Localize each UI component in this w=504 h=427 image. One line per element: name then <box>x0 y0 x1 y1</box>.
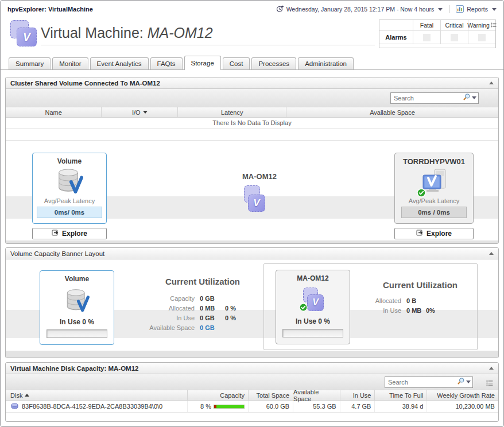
volume-tile-title: Volume <box>57 157 82 165</box>
volume-usage-bar <box>46 329 107 338</box>
app-window: hpvExplorer: VirtualMachine Wednesday, J… <box>0 0 504 427</box>
volume-metric-label: Avg/Peak Latency <box>44 197 95 204</box>
capacity-cell: 8 % <box>188 401 249 412</box>
panel-disk-title: Virtual Machine Disk Capacity: MA-OM12 <box>10 365 138 372</box>
alarms-data-row: Alarms <box>379 30 495 44</box>
total-space-cell: 60.0 GB <box>249 401 293 412</box>
sort-asc-icon <box>25 394 29 397</box>
tab-faqts[interactable]: FAQts <box>150 57 183 69</box>
alarms-fatal-indicator <box>423 34 431 41</box>
app-title: hpvExplorer: VirtualMachine <box>7 6 93 13</box>
tab-event-analytics[interactable]: Event Analytics <box>90 57 149 69</box>
tab-summary[interactable]: Summary <box>9 57 51 69</box>
volume-tile[interactable]: Volume Avg/Peak Latency 0ms/ 0ms <box>32 153 107 224</box>
explore-icon <box>416 229 424 238</box>
search-icon[interactable] <box>463 93 471 103</box>
tab-processes[interactable]: Processes <box>251 57 296 69</box>
collapse-icon[interactable] <box>489 252 494 255</box>
capacity-vm-tile[interactable]: MA-OM12 V In Use 0 % <box>276 270 350 344</box>
disk-col-time-to-full[interactable]: Time To Full <box>375 390 427 400</box>
timerange-label[interactable]: Wednesday, January 28, 2015 12:17 PM - N… <box>286 6 435 13</box>
database-icon <box>55 165 84 197</box>
tab-monitor[interactable]: Monitor <box>52 57 88 69</box>
alarms-fatal-cell <box>413 30 440 44</box>
reports-dropdown-icon[interactable] <box>492 8 497 11</box>
alarms-menu-icon[interactable] <box>491 22 497 29</box>
vm-title-icon: V <box>9 20 37 49</box>
alarms-warning-label: Warning <box>467 22 490 29</box>
disk-col-capacity[interactable]: Capacity <box>188 390 249 400</box>
capacity-bar-free <box>216 405 244 408</box>
table-row[interactable]: 83F8638B-8DCA-4152-9EDA-2CA8B33039B4\0\0… <box>6 401 498 413</box>
host-icon <box>419 166 449 197</box>
available-space-cell: 55.3 GB <box>293 401 340 412</box>
util-row-allocated: Allocated0 B <box>369 296 472 305</box>
capacity-bar <box>214 405 245 409</box>
vm-usage-bar <box>282 329 343 337</box>
disk-col-in-use[interactable]: In Use <box>340 390 375 400</box>
volume-in-use-label: In Use 0 % <box>60 318 94 326</box>
host-explore-label: Explore <box>427 230 452 238</box>
capacity-vm-title: MA-OM12 <box>297 274 328 282</box>
disk-table-header: Disk Capacity Total Space Available Spac… <box>6 390 498 401</box>
disk-col-total-space[interactable]: Total Space <box>249 390 293 400</box>
alarms-critical-indicator <box>451 34 458 41</box>
host-explore-button[interactable]: Explore <box>394 228 474 239</box>
csv-col-name[interactable]: Name <box>6 107 102 117</box>
capacity-volume-tile[interactable]: Volume In Use 0 % <box>40 270 114 345</box>
panel-disk-header: Virtual Machine Disk Capacity: MA-OM12 <box>6 363 498 374</box>
util-row-allocated: Allocated0 MB0 % <box>131 303 274 313</box>
reports-label[interactable]: Reports <box>467 6 488 13</box>
disk-col-available-space[interactable]: Available Space <box>293 390 340 400</box>
search-icon[interactable] <box>457 377 465 387</box>
disk-col-weekly-growth[interactable]: Weekly Growth Rate <box>427 390 498 400</box>
alarms-row-label: Alarms <box>379 30 413 44</box>
page-title-prefix: Virtual Machine: <box>41 25 148 41</box>
csv-empty-message: There Is No Data To Display <box>6 118 498 129</box>
alarms-col-warning: Warning <box>468 20 495 30</box>
util-row-in-use: In Use0 MB0% <box>369 305 472 315</box>
search-input[interactable] <box>393 94 463 102</box>
sort-desc-icon <box>143 111 148 114</box>
disk-col-disk[interactable]: Disk <box>6 390 188 400</box>
vm-utilization: Current Utilization Allocated0 B In Use0… <box>369 280 472 315</box>
csv-table-header: Name I/O Latency Available Space <box>6 107 498 118</box>
capacity-percent: 8 % <box>200 403 211 410</box>
search-dropdown-icon[interactable] <box>466 381 471 383</box>
util-row-available-space: Available Space0 GB <box>131 323 274 332</box>
csv-col-io[interactable]: I/O <box>102 107 178 117</box>
alarms-warning-indicator <box>478 34 486 41</box>
clock-icon <box>276 5 284 14</box>
timerange-dropdown-icon[interactable] <box>438 8 443 11</box>
tab-storage[interactable]: Storage <box>184 56 221 70</box>
panel-volume-capacity: Volume Capacity Banner Layout Volume In … <box>5 247 499 358</box>
vm-node-icon[interactable]: V <box>241 185 267 215</box>
panel-disk-toolbar <box>6 374 498 390</box>
tab-bar: Summary Monitor Event Analytics FAQts St… <box>1 56 503 70</box>
weekly-growth-cell: 10,230.00 MB <box>427 401 498 412</box>
menu-icon[interactable] <box>486 378 493 389</box>
search-dropdown-icon[interactable] <box>472 96 476 99</box>
panel-cluster-shared-volume: Cluster Shared Volume Connected To MA-OM… <box>5 77 499 244</box>
vm-icon: V <box>300 282 325 317</box>
alarms-summary-table: Fatal Critical Warning Alarms <box>379 20 496 48</box>
disk-icon <box>10 403 19 410</box>
volume-utilization: Current Utilization Capacity0 GB Allocat… <box>131 277 274 332</box>
volume-explore-label: Explore <box>62 230 87 238</box>
tab-cost[interactable]: Cost <box>223 57 250 69</box>
csv-col-latency[interactable]: Latency <box>178 107 286 117</box>
collapse-icon[interactable] <box>489 81 494 84</box>
host-tile[interactable]: TORRDHYPVW01 Avg/Peak Late <box>394 153 474 224</box>
capacity-content: Volume In Use 0 % Current Utilization <box>6 259 498 358</box>
disk-guid: 83F8638B-8DCA-4152-9EDA-2CA8B33039B4\0\0 <box>22 403 162 410</box>
csv-col-available-space[interactable]: Available Space <box>286 107 498 117</box>
page-title-name: MA-OM12 <box>148 25 213 41</box>
search-box <box>385 376 473 388</box>
collapse-icon[interactable] <box>489 367 494 370</box>
capacity-volume-title: Volume <box>65 275 89 283</box>
diagram-bottom-strip <box>6 240 498 244</box>
search-input[interactable] <box>387 378 457 386</box>
tab-administration[interactable]: Administration <box>298 57 354 69</box>
check-badge-icon <box>417 188 426 200</box>
volume-explore-button[interactable]: Explore <box>32 228 107 239</box>
